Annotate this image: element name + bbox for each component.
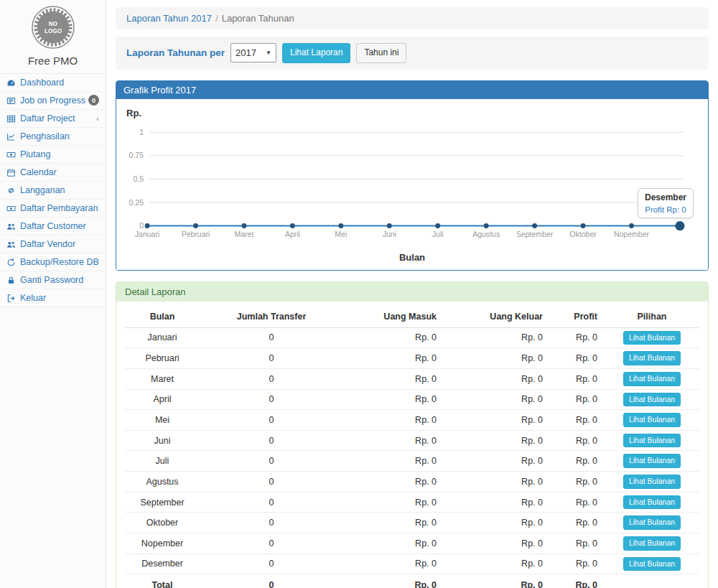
lihat-bulanan-button[interactable]: Lihat Bulanan xyxy=(623,393,681,407)
svg-text:Agustus: Agustus xyxy=(472,229,500,238)
cell-pilihan: Lihat Bulanan xyxy=(605,492,699,513)
cell-pilihan: Lihat Bulanan xyxy=(605,513,699,533)
sidebar-item-keluar[interactable]: Keluar xyxy=(0,289,106,307)
sidebar-item-daftar-pembayaran[interactable]: Daftar Pembayaran xyxy=(0,200,106,218)
tahun-ini-button[interactable]: Tahun ini xyxy=(356,43,406,63)
cell-jumlah_transfer: 0 xyxy=(200,513,343,533)
svg-text:Maret: Maret xyxy=(235,229,254,238)
sidebar-item-label: Daftar Customer xyxy=(20,221,86,231)
cell-jumlah_transfer: 0 xyxy=(200,574,343,588)
column-header-bulan: Bulan xyxy=(125,306,200,328)
cell-jumlah_transfer: 0 xyxy=(200,554,343,574)
cell-bulan: Juli xyxy=(125,451,200,472)
breadcrumb-link[interactable]: Laporan Tahun 2017 xyxy=(126,13,212,24)
sidebar-item-langganan[interactable]: Langganan xyxy=(0,182,106,200)
lihat-bulanan-button[interactable]: Lihat Bulanan xyxy=(623,454,681,468)
sidebar-item-label: Keluar xyxy=(20,293,46,303)
cell-uang_keluar: Rp. 0 xyxy=(444,533,550,554)
cell-profit: Rp. 0 xyxy=(550,348,605,369)
breadcrumb-current: Laporan Tahunan xyxy=(222,13,294,24)
cell-pilihan: Lihat Bulanan xyxy=(605,430,699,451)
cell-uang_masuk: Rp. 0 xyxy=(343,327,444,348)
tooltip-value: Profit Rp: 0 xyxy=(645,205,686,214)
detail-laporan-panel: Detail Laporan BulanJumlah TransferUang … xyxy=(116,281,709,588)
lihat-bulanan-button[interactable]: Lihat Bulanan xyxy=(623,351,681,365)
count-badge: 0 xyxy=(88,95,99,106)
lihat-bulanan-button[interactable]: Lihat Bulanan xyxy=(623,413,681,427)
sidebar: NO LOGO Free PMO DashboardJob on Progres… xyxy=(0,0,106,588)
cell-bulan: Pebruari xyxy=(125,348,200,369)
lock-icon xyxy=(6,276,16,285)
no-logo-badge-icon: NO LOGO xyxy=(31,5,75,50)
cell-uang_masuk: Rp. 0 xyxy=(343,574,444,588)
svg-text:0: 0 xyxy=(139,221,144,230)
sidebar-item-piutang[interactable]: Piutang xyxy=(0,146,106,164)
sidebar-item-label: Daftar Vendor xyxy=(20,239,75,249)
lihat-bulanan-button[interactable]: Lihat Bulanan xyxy=(623,495,681,510)
newspaper-icon xyxy=(6,96,16,106)
logo-text-line1: NO xyxy=(48,21,57,27)
logo-block: NO LOGO Free PMO xyxy=(0,0,106,74)
lihat-bulanan-button[interactable]: Lihat Bulanan xyxy=(623,557,681,571)
content: Laporan Tahun 2017/Laporan Tahunan Lapor… xyxy=(106,0,718,588)
sidebar-item-daftar-project[interactable]: Daftar Project‹ xyxy=(0,110,106,128)
cell-uang_masuk: Rp. 0 xyxy=(343,410,444,431)
column-header-uang-masuk: Uang Masuk xyxy=(343,306,444,328)
table-row: September0Rp. 0Rp. 0Rp. 0Lihat Bulanan xyxy=(125,492,699,513)
lihat-bulanan-button[interactable]: Lihat Bulanan xyxy=(623,372,681,386)
cell-pilihan xyxy=(605,574,699,588)
table-row: April0Rp. 0Rp. 0Rp. 0Lihat Bulanan xyxy=(125,389,699,410)
line-chart-icon xyxy=(6,132,16,141)
svg-text:Juli: Juli xyxy=(432,229,444,238)
sidebar-item-daftar-vendor[interactable]: Daftar Vendor xyxy=(0,235,106,253)
svg-text:1: 1 xyxy=(139,127,144,136)
sidebar-item-daftar-customer[interactable]: Daftar Customer xyxy=(0,218,106,235)
cell-jumlah_transfer: 0 xyxy=(200,327,343,348)
sidebar-item-calendar[interactable]: Calendar xyxy=(0,164,106,182)
cell-bulan: Agustus xyxy=(125,472,200,493)
sidebar-item-penghasilan[interactable]: Penghasilan xyxy=(0,128,106,146)
cell-jumlah_transfer: 0 xyxy=(200,368,343,389)
cell-uang_keluar: Rp. 0 xyxy=(444,472,550,493)
table-total-row: Total0Rp. 0Rp. 0Rp. 0 xyxy=(125,574,699,588)
sidebar-item-label: Langganan xyxy=(20,185,65,195)
cell-profit: Rp. 0 xyxy=(550,513,605,533)
table-row: Januari0Rp. 0Rp. 0Rp. 0Lihat Bulanan xyxy=(125,327,699,348)
main-area: Laporan Tahun 2017/Laporan Tahunan Lapor… xyxy=(106,0,718,588)
cell-pilihan: Lihat Bulanan xyxy=(605,327,699,348)
sidebar-item-ganti-password[interactable]: Ganti Password xyxy=(0,271,106,289)
cell-uang_keluar: Rp. 0 xyxy=(444,430,550,451)
cell-uang_masuk: Rp. 0 xyxy=(343,554,444,574)
lihat-bulanan-button[interactable]: Lihat Bulanan xyxy=(623,331,681,345)
lihat-bulanan-button[interactable]: Lihat Bulanan xyxy=(623,475,681,489)
users-icon xyxy=(6,222,16,231)
sidebar-item-job-on-progress[interactable]: Job on Progress0 xyxy=(0,92,106,110)
chart-tooltip: Desember Profit Rp: 0 xyxy=(638,188,694,218)
report-controls-label: Laporan Tahunan per xyxy=(126,47,225,58)
table-row: Nopember0Rp. 0Rp. 0Rp. 0Lihat Bulanan xyxy=(125,533,699,554)
detail-panel-title: Detail Laporan xyxy=(116,282,708,302)
sidebar-item-dashboard[interactable]: Dashboard xyxy=(0,74,106,92)
svg-text:Oktober: Oktober xyxy=(569,229,597,238)
cell-profit: Rp. 0 xyxy=(550,389,605,410)
cell-jumlah_transfer: 0 xyxy=(200,472,343,493)
lihat-bulanan-button[interactable]: Lihat Bulanan xyxy=(623,515,681,530)
chart-x-axis-label: Bulan xyxy=(125,252,699,263)
cell-bulan: Mei xyxy=(125,410,200,431)
cell-profit: Rp. 0 xyxy=(550,451,605,472)
lihat-bulanan-button[interactable]: Lihat Bulanan xyxy=(623,536,681,551)
dashboard-icon xyxy=(6,78,16,88)
sidebar-item-backup-restore-db[interactable]: Backup/Restore DB xyxy=(0,253,106,271)
svg-text:0.5: 0.5 xyxy=(133,174,144,182)
table-header-row: BulanJumlah TransferUang MasukUang Kelua… xyxy=(125,306,699,328)
cell-pilihan: Lihat Bulanan xyxy=(605,533,699,554)
lihat-bulanan-button[interactable]: Lihat Bulanan xyxy=(623,434,681,448)
svg-text:Juni: Juni xyxy=(383,229,396,238)
profit-chart: Rp. 10.750.50.250JanuariPebruariMaretApr… xyxy=(125,103,699,266)
cell-jumlah_transfer: 0 xyxy=(200,533,343,554)
cell-pilihan: Lihat Bulanan xyxy=(605,389,699,410)
year-select[interactable]: 2017 ▼ xyxy=(230,43,276,62)
cell-pilihan: Lihat Bulanan xyxy=(605,348,699,369)
lihat-laporan-button[interactable]: Lihat Laporan xyxy=(282,43,350,63)
cell-uang_keluar: Rp. 0 xyxy=(444,513,550,533)
